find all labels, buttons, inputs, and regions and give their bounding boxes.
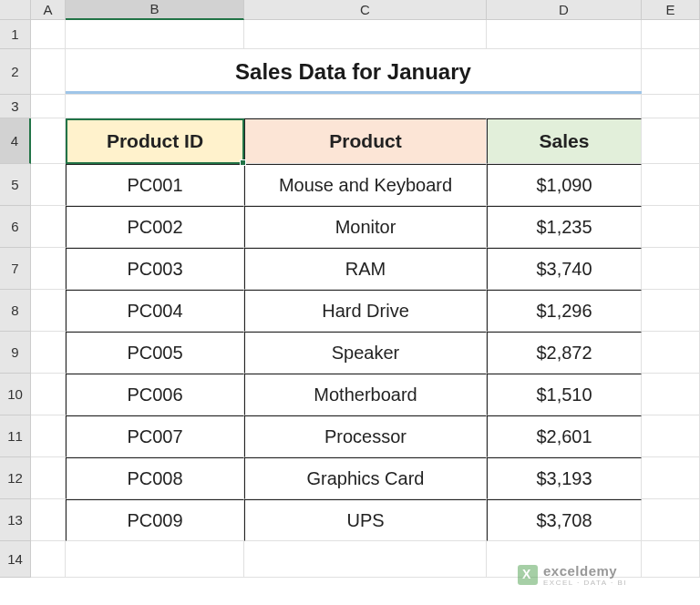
cell-sales[interactable]: $3,193 bbox=[487, 457, 642, 499]
cell-B14[interactable] bbox=[66, 541, 244, 578]
cell-sales[interactable]: $1,510 bbox=[487, 374, 642, 415]
cell-A1[interactable] bbox=[31, 20, 66, 49]
row-header-3[interactable]: 3 bbox=[0, 95, 31, 118]
cell-A12[interactable] bbox=[31, 457, 66, 499]
cell-sales[interactable]: $3,708 bbox=[487, 499, 642, 541]
cell-product[interactable]: Monitor bbox=[244, 206, 487, 248]
cell-product[interactable]: Graphics Card bbox=[244, 457, 487, 499]
cell-sales[interactable]: $1,235 bbox=[487, 206, 642, 248]
row-header-6[interactable]: 6 bbox=[0, 206, 31, 248]
cell-E8[interactable] bbox=[642, 290, 700, 332]
cell-E2[interactable] bbox=[642, 49, 700, 95]
col-header-E[interactable]: E bbox=[642, 0, 700, 20]
table-row: PC007Processor$2,601 bbox=[31, 415, 700, 457]
cell-sales[interactable]: $2,601 bbox=[487, 415, 642, 457]
column-headers: A B C D E bbox=[0, 0, 700, 20]
spreadsheet: A B C D E 1 2 3 4 5 6 7 8 9 10 11 12 13 … bbox=[0, 0, 700, 605]
title-underline bbox=[66, 91, 642, 94]
watermark: exceldemy EXCEL · DATA · BI bbox=[518, 563, 627, 587]
table-row: PC005Speaker$2,872 bbox=[31, 332, 700, 374]
cell-E5[interactable] bbox=[642, 164, 700, 206]
cell-sales[interactable]: $3,740 bbox=[487, 248, 642, 290]
table-row: PC006Motherboard$1,510 bbox=[31, 374, 700, 415]
cell-E11[interactable] bbox=[642, 415, 700, 457]
cell-E4[interactable] bbox=[642, 118, 700, 164]
row-header-4[interactable]: 4 bbox=[0, 118, 31, 164]
cell-B1[interactable] bbox=[66, 20, 244, 49]
cell-product[interactable]: Mouse and Keyboard bbox=[244, 164, 487, 206]
cell-A13[interactable] bbox=[31, 499, 66, 541]
cell-product[interactable]: Hard Drive bbox=[244, 290, 487, 332]
row-header-14[interactable]: 14 bbox=[0, 541, 31, 578]
row-header-11[interactable]: 11 bbox=[0, 415, 31, 457]
cell-E10[interactable] bbox=[642, 374, 700, 415]
title-cell[interactable]: Sales Data for January bbox=[66, 49, 642, 95]
table-row: PC004Hard Drive$1,296 bbox=[31, 290, 700, 332]
cell-A6[interactable] bbox=[31, 206, 66, 248]
cell-product[interactable]: Motherboard bbox=[244, 374, 487, 415]
cell-E7[interactable] bbox=[642, 248, 700, 290]
cell-A9[interactable] bbox=[31, 332, 66, 374]
cell-A14[interactable] bbox=[31, 541, 66, 578]
cell-D1[interactable] bbox=[487, 20, 642, 49]
cell-A4[interactable] bbox=[31, 118, 66, 164]
cell-E6[interactable] bbox=[642, 206, 700, 248]
cell-product[interactable]: Speaker bbox=[244, 332, 487, 374]
cell-product-id[interactable]: PC003 bbox=[66, 248, 244, 290]
cell-E1[interactable] bbox=[642, 20, 700, 49]
row-header-12[interactable]: 12 bbox=[0, 457, 31, 499]
cell-A5[interactable] bbox=[31, 164, 66, 206]
cell-product[interactable]: Processor bbox=[244, 415, 487, 457]
cell-E13[interactable] bbox=[642, 499, 700, 541]
cell-A3[interactable] bbox=[31, 95, 66, 118]
row-header-10[interactable]: 10 bbox=[0, 374, 31, 415]
cell-product-id[interactable]: PC008 bbox=[66, 457, 244, 499]
cell-product-id[interactable]: PC004 bbox=[66, 290, 244, 332]
col-header-D[interactable]: D bbox=[487, 0, 642, 20]
table-row: PC009UPS$3,708 bbox=[31, 499, 700, 541]
col-header-B[interactable]: B bbox=[66, 0, 244, 20]
cell-product-id[interactable]: PC009 bbox=[66, 499, 244, 541]
col-header-spacer bbox=[0, 0, 31, 20]
grid[interactable]: Sales Data for January Product ID Produc… bbox=[31, 20, 700, 578]
col-header-A[interactable]: A bbox=[31, 0, 66, 20]
cell-sales[interactable]: $2,872 bbox=[487, 332, 642, 374]
cell-C1[interactable] bbox=[244, 20, 487, 49]
cell-A7[interactable] bbox=[31, 248, 66, 290]
cell-product-id[interactable]: PC007 bbox=[66, 415, 244, 457]
cell-E14[interactable] bbox=[642, 541, 700, 578]
cell-A8[interactable] bbox=[31, 290, 66, 332]
cell-sales[interactable]: $1,090 bbox=[487, 164, 642, 206]
col-header-C[interactable]: C bbox=[244, 0, 487, 20]
cell-E9[interactable] bbox=[642, 332, 700, 374]
cell-A2[interactable] bbox=[31, 49, 66, 95]
table-row: PC002Monitor$1,235 bbox=[31, 206, 700, 248]
cell-product-id[interactable]: PC002 bbox=[66, 206, 244, 248]
cell-E12[interactable] bbox=[642, 457, 700, 499]
row-header-5[interactable]: 5 bbox=[0, 164, 31, 206]
cell-product[interactable]: UPS bbox=[244, 499, 487, 541]
header-product-id[interactable]: Product ID bbox=[66, 118, 244, 164]
table-row: PC008Graphics Card$3,193 bbox=[31, 457, 700, 499]
row-header-1[interactable]: 1 bbox=[0, 20, 31, 49]
watermark-brand: exceldemy bbox=[543, 563, 617, 579]
cell-A10[interactable] bbox=[31, 374, 66, 415]
watermark-tagline: EXCEL · DATA · BI bbox=[543, 579, 627, 587]
cell-B3[interactable] bbox=[66, 95, 642, 118]
cell-E3[interactable] bbox=[642, 95, 700, 118]
header-product[interactable]: Product bbox=[244, 118, 487, 164]
cell-C14[interactable] bbox=[244, 541, 487, 578]
cell-sales[interactable]: $1,296 bbox=[487, 290, 642, 332]
cell-product-id[interactable]: PC006 bbox=[66, 374, 244, 415]
cell-product-id[interactable]: PC001 bbox=[66, 164, 244, 206]
cell-product-id[interactable]: PC005 bbox=[66, 332, 244, 374]
cell-A11[interactable] bbox=[31, 415, 66, 457]
header-sales[interactable]: Sales bbox=[487, 118, 642, 164]
row-header-8[interactable]: 8 bbox=[0, 290, 31, 332]
row-header-2[interactable]: 2 bbox=[0, 49, 31, 95]
row-header-7[interactable]: 7 bbox=[0, 248, 31, 290]
row-header-13[interactable]: 13 bbox=[0, 499, 31, 541]
exceldemy-logo-icon bbox=[518, 565, 538, 585]
cell-product[interactable]: RAM bbox=[244, 248, 487, 290]
row-header-9[interactable]: 9 bbox=[0, 332, 31, 374]
